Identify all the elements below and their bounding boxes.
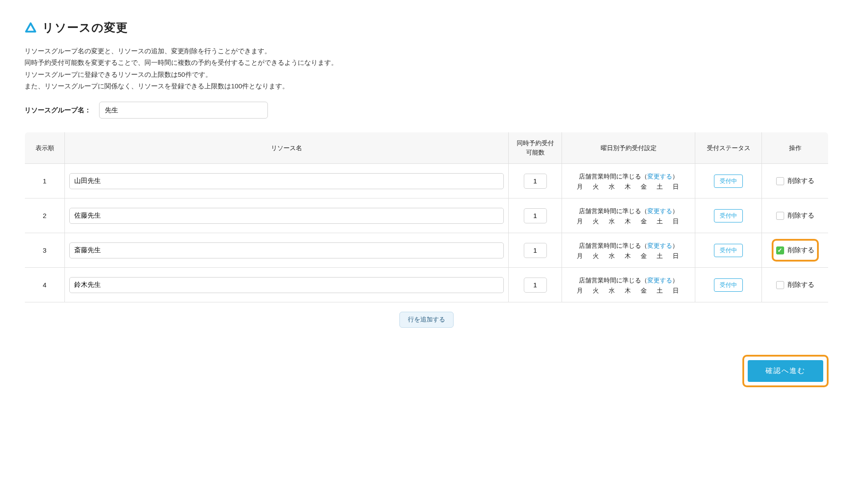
capacity-input[interactable]	[524, 278, 547, 293]
status-badge: 受付中	[714, 209, 743, 222]
cell-capacity	[509, 268, 562, 302]
cell-status: 受付中	[695, 233, 762, 268]
cell-status: 受付中	[695, 164, 762, 198]
change-schedule-link[interactable]: 変更する	[647, 242, 672, 249]
delete-checkbox[interactable]	[776, 281, 784, 289]
desc-line: リソースグループ名の変更と、リソースの追加、変更削除を行うことができます。	[24, 45, 829, 57]
cell-order: 2	[25, 198, 65, 233]
capacity-input[interactable]	[524, 208, 547, 223]
desc-line: リソースグループに登録できるリソースの上限数は50件です。	[24, 69, 829, 80]
th-order: 表示順	[25, 132, 65, 164]
table-row: 4店舗営業時間に準じる（変更する）月 火 水 木 金 土 日受付中削除する	[25, 268, 829, 302]
th-name: リソース名	[65, 132, 509, 164]
cell-action: 削除する	[762, 164, 829, 198]
cell-order: 3	[25, 233, 65, 268]
page-title-row: リソースの変更	[24, 20, 829, 36]
status-badge: 受付中	[714, 175, 743, 188]
confirm-highlight: 確認へ進む	[742, 355, 829, 387]
day-list: 月 火 水 木 金 土 日	[566, 252, 690, 260]
cell-action: 削除する	[762, 233, 829, 268]
table-row: 2店舗営業時間に準じる（変更する）月 火 水 木 金 土 日受付中削除する	[25, 198, 829, 233]
group-name-input[interactable]	[99, 102, 268, 119]
delete-checkbox[interactable]	[776, 177, 784, 185]
cell-capacity	[509, 233, 562, 268]
change-schedule-link[interactable]: 変更する	[647, 207, 672, 214]
page-title: リソースの変更	[42, 20, 128, 36]
day-list: 月 火 水 木 金 土 日	[566, 218, 690, 226]
change-schedule-link[interactable]: 変更する	[647, 173, 672, 180]
capacity-input[interactable]	[524, 243, 547, 258]
cell-capacity	[509, 198, 562, 233]
cell-name	[65, 198, 509, 233]
add-row-cell: 行を追加する	[25, 302, 829, 337]
th-schedule: 曜日別予約受付設定	[562, 132, 695, 164]
cell-name	[65, 233, 509, 268]
cell-name	[65, 268, 509, 302]
group-name-row: リソースグループ名：	[24, 102, 829, 119]
resource-name-input[interactable]	[69, 242, 504, 258]
cell-status: 受付中	[695, 198, 762, 233]
delete-checkbox[interactable]	[776, 212, 784, 220]
delete-label: 削除する	[788, 281, 814, 289]
status-badge: 受付中	[714, 278, 743, 292]
triangle-icon	[24, 22, 37, 34]
group-name-label: リソースグループ名：	[24, 106, 91, 115]
delete-highlight: 削除する	[772, 239, 819, 262]
cell-action: 削除する	[762, 198, 829, 233]
cell-name	[65, 164, 509, 198]
cell-action: 削除する	[762, 268, 829, 302]
th-status: 受付ステータス	[695, 132, 762, 164]
delete-label: 削除する	[788, 211, 814, 220]
cell-order: 4	[25, 268, 65, 302]
resource-name-input[interactable]	[69, 277, 504, 293]
day-list: 月 火 水 木 金 土 日	[566, 287, 690, 295]
resource-name-input[interactable]	[69, 173, 504, 189]
confirm-button[interactable]: 確認へ進む	[748, 360, 823, 382]
resource-table: 表示順 リソース名 同時予約受付 可能数 曜日別予約受付設定 受付ステータス 操…	[24, 132, 829, 337]
resource-name-input[interactable]	[69, 208, 504, 224]
change-schedule-link[interactable]: 変更する	[647, 277, 672, 284]
cell-schedule: 店舗営業時間に準じる（変更する）月 火 水 木 金 土 日	[562, 164, 695, 198]
cell-schedule: 店舗営業時間に準じる（変更する）月 火 水 木 金 土 日	[562, 198, 695, 233]
cell-schedule: 店舗営業時間に準じる（変更する）月 火 水 木 金 土 日	[562, 233, 695, 268]
delete-label: 削除する	[788, 246, 814, 254]
page-description: リソースグループ名の変更と、リソースの追加、変更削除を行うことができます。 同時…	[24, 45, 829, 92]
desc-line: 同時予約受付可能数を変更することで、同一時間に複数の予約を受付することができるよ…	[24, 57, 829, 68]
delete-cell: 削除する	[766, 169, 824, 193]
th-action: 操作	[762, 132, 829, 164]
cell-order: 1	[25, 164, 65, 198]
delete-cell: 削除する	[766, 204, 824, 227]
table-row: 1店舗営業時間に準じる（変更する）月 火 水 木 金 土 日受付中削除する	[25, 164, 829, 198]
table-row: 3店舗営業時間に準じる（変更する）月 火 水 木 金 土 日受付中削除する	[25, 233, 829, 268]
day-list: 月 火 水 木 金 土 日	[566, 183, 690, 191]
delete-label: 削除する	[788, 177, 814, 185]
add-row-button[interactable]: 行を追加する	[399, 312, 454, 328]
cell-status: 受付中	[695, 268, 762, 302]
capacity-input[interactable]	[524, 174, 547, 189]
th-capacity: 同時予約受付 可能数	[509, 132, 562, 164]
desc-line: また、リソースグループに関係なく、リソースを登録できる上限数は100件となります…	[24, 80, 829, 92]
cell-capacity	[509, 164, 562, 198]
status-badge: 受付中	[714, 244, 743, 257]
delete-cell: 削除する	[766, 273, 824, 297]
confirm-wrap: 確認へ進む	[24, 355, 829, 387]
delete-checkbox[interactable]	[776, 246, 784, 254]
cell-schedule: 店舗営業時間に準じる（変更する）月 火 水 木 金 土 日	[562, 268, 695, 302]
